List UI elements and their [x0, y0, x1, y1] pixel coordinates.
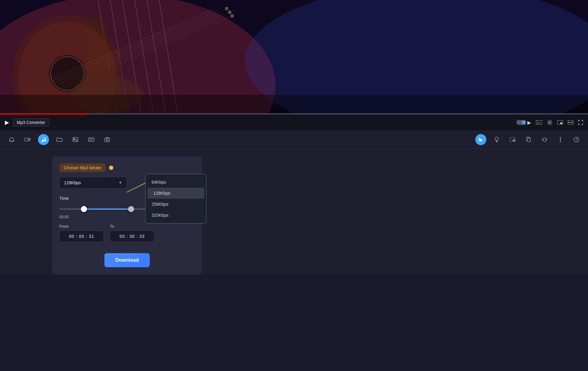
svg-text:CC: CC — [537, 122, 541, 124]
svg-point-21 — [225, 7, 228, 10]
svg-point-27 — [549, 122, 551, 123]
from-label: From — [59, 224, 104, 229]
svg-point-47 — [560, 137, 561, 138]
bitrate-option-64[interactable]: 64Kbps — [145, 177, 206, 188]
bitrate-option-256[interactable]: 256Kbps — [145, 199, 206, 210]
toolbar-subtitle[interactable] — [86, 134, 97, 145]
from-to-row: From 00 : 00 : 31 To 00 : 30 : 33 — [59, 224, 195, 242]
video-controls-bar: ▶ Mp3 Converter ▶ CC — [0, 114, 588, 130]
time-start-label: 00:00 — [59, 215, 69, 219]
toolbar-help[interactable]: ? — [571, 134, 582, 145]
svg-rect-45 — [513, 140, 515, 141]
range-thumb-start[interactable] — [81, 206, 87, 212]
to-label: To — [110, 224, 154, 229]
converter-panel: Choose Mp3 bitrate 128Kbps ▼ 64Kbps 128K… — [52, 156, 202, 275]
svg-text:?: ? — [575, 138, 578, 141]
main-content: Choose Mp3 bitrate 128Kbps ▼ 64Kbps 128K… — [0, 149, 588, 275]
download-area: Download — [59, 248, 195, 267]
fullscreen-button[interactable] — [578, 120, 583, 125]
toolbar-pip[interactable] — [507, 134, 518, 145]
autoplay-toggle[interactable]: ▶ — [516, 120, 531, 126]
settings-button[interactable] — [547, 120, 552, 125]
svg-rect-24 — [0, 95, 588, 113]
svg-point-33 — [42, 140, 43, 142]
range-fill — [84, 208, 131, 210]
bitrate-dropdown[interactable]: 128Kbps ▼ — [59, 177, 127, 189]
video-player — [0, 0, 588, 113]
miniplayer-button[interactable] — [557, 120, 563, 125]
toolbar-moon[interactable] — [475, 134, 486, 145]
toolbar-camera[interactable] — [22, 134, 33, 145]
toolbar-bell[interactable] — [6, 134, 17, 145]
svg-point-48 — [560, 139, 561, 140]
to-group: To 00 : 30 : 33 — [110, 224, 154, 242]
toolbar-folder[interactable] — [54, 134, 65, 145]
svg-point-41 — [106, 139, 108, 141]
toolbar-right-group: ? — [475, 134, 582, 145]
bitrate-dropdown-popup: 64Kbps 128Kbps 256Kbps 320Kbps — [145, 174, 206, 223]
bitrate-selected-value: 128Kbps — [64, 180, 81, 185]
dropdown-arrow-icon: ▼ — [119, 181, 122, 185]
svg-rect-32 — [25, 138, 28, 141]
captions-button[interactable]: CC — [536, 120, 542, 125]
bitrate-header: Choose Mp3 bitrate — [59, 163, 195, 172]
bitrate-dropdown-container: 128Kbps ▼ — [59, 177, 127, 189]
svg-rect-29 — [560, 122, 562, 124]
controls-right: ▶ CC — [516, 120, 583, 126]
toolbar-copy[interactable] — [523, 134, 534, 145]
mp3-converter-label: Mp3 Converter — [13, 118, 49, 126]
svg-rect-46 — [527, 138, 530, 142]
svg-rect-37 — [89, 138, 94, 141]
toolbar-image[interactable] — [70, 134, 81, 145]
toolbar-more[interactable] — [555, 134, 566, 145]
svg-point-34 — [44, 140, 46, 141]
toolbar-loop[interactable] — [539, 134, 550, 145]
autoplay-icon: ▶ — [527, 120, 531, 126]
download-button[interactable]: Download — [104, 253, 150, 267]
bitrate-dot — [109, 166, 113, 170]
toolbar: ? — [0, 130, 588, 149]
play-button[interactable]: ▶ — [5, 119, 9, 126]
svg-rect-40 — [105, 138, 110, 142]
svg-point-49 — [560, 141, 561, 142]
theater-button[interactable] — [568, 120, 573, 125]
bitrate-option-320[interactable]: 320Kbps — [145, 210, 206, 221]
toolbar-bulb[interactable] — [491, 134, 502, 145]
bitrate-label: Choose Mp3 bitrate — [59, 163, 105, 172]
toolbar-screenshot[interactable] — [102, 134, 113, 145]
range-thumb-end[interactable] — [128, 206, 134, 212]
from-input[interactable]: 00 : 00 : 31 — [59, 230, 104, 242]
toolbar-music[interactable] — [38, 134, 49, 145]
to-input[interactable]: 00 : 30 : 33 — [110, 230, 154, 242]
from-group: From 00 : 00 : 31 — [59, 224, 104, 242]
bitrate-dropdown-wrapper: 128Kbps ▼ 64Kbps 128Kbps 256Kbps 320Kbps — [59, 177, 195, 189]
svg-point-23 — [230, 14, 234, 18]
bitrate-option-128[interactable]: 128Kbps — [147, 188, 204, 199]
svg-point-22 — [228, 10, 232, 14]
